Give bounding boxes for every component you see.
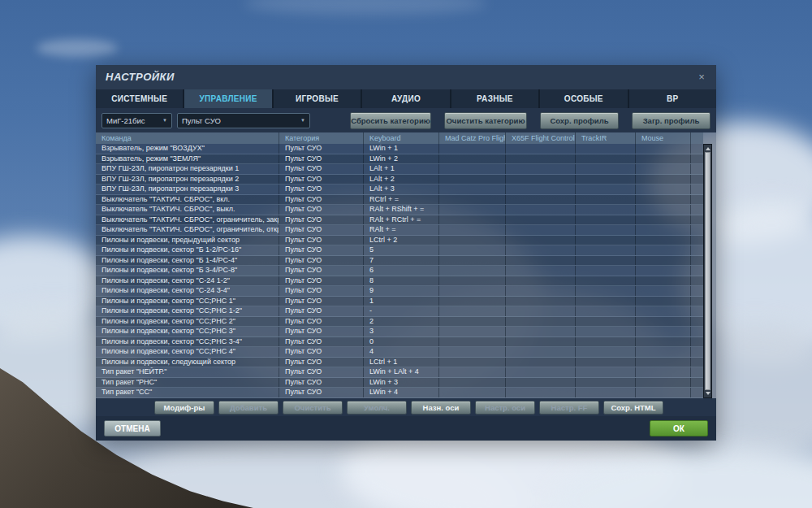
binding-row[interactable]: Пилоны и подвески, сектор "СС;РНС 3" Пул…	[96, 327, 703, 337]
mouse-binding-cell[interactable]	[635, 327, 690, 336]
mouse-binding-cell[interactable]	[635, 175, 690, 185]
command-cell[interactable]: Пилоны и подвески, сектор "Б 1-2/РС-16"	[96, 245, 279, 255]
category-cell[interactable]: Пульт СУО	[279, 195, 363, 205]
category-cell[interactable]: Пульт СУО	[279, 144, 363, 154]
command-cell[interactable]: ВПУ ГШ-23Л, пиропатрон перезарядки 1	[96, 164, 279, 174]
binding-row[interactable]: Пилоны и подвески, сектор "С-24 3-4" Пул…	[96, 286, 703, 297]
action-button[interactable]: Сохр. HTML	[603, 401, 663, 415]
settings-tab[interactable]: СИСТЕМНЫЕ	[96, 89, 183, 108]
joystick1-binding-cell[interactable]	[438, 317, 505, 327]
joystick2-binding-cell[interactable]	[505, 195, 575, 205]
keyboard-binding-cell[interactable]: LCtrl + 1	[363, 358, 438, 367]
command-cell[interactable]: Пилоны и подвески, сектор "СС;РНС 4"	[96, 347, 279, 357]
trackir-binding-cell[interactable]	[575, 205, 635, 215]
mouse-binding-cell[interactable]	[635, 347, 690, 357]
command-cell[interactable]: ВПУ ГШ-23Л, пиропатрон перезарядки 3	[96, 185, 279, 194]
keyboard-binding-cell[interactable]: 4	[363, 347, 438, 357]
joystick1-binding-cell[interactable]	[438, 225, 505, 235]
binding-row[interactable]: Пилоны и подвески, сектор "С-24 1-2" Пул…	[96, 276, 703, 287]
command-cell[interactable]: Пилоны и подвески, сектор "СС;РНС 3"	[96, 327, 279, 336]
trackir-binding-cell[interactable]	[575, 297, 635, 306]
scroll-up-icon[interactable]	[706, 147, 710, 150]
command-cell[interactable]: Взрыватель, режим "ЗЕМЛЯ"	[96, 154, 279, 164]
joystick1-binding-cell[interactable]	[438, 236, 505, 245]
command-cell[interactable]: ВПУ ГШ-23Л, пиропатрон перезарядки 2	[96, 175, 279, 185]
settings-tab[interactable]: ИГРОВЫЕ	[274, 89, 361, 108]
trackir-binding-cell[interactable]	[575, 245, 635, 255]
action-button[interactable]: Настр. оси	[475, 401, 535, 415]
settings-tab[interactable]: УПРАВЛЕНИЕ	[184, 89, 271, 108]
binding-row[interactable]: ВПУ ГШ-23Л, пиропатрон перезарядки 2 Пул…	[96, 175, 703, 185]
command-cell[interactable]: Пилоны и подвески, сектор "С-24 3-4"	[96, 286, 279, 296]
category-cell[interactable]: Пульт СУО	[279, 286, 363, 296]
mouse-binding-cell[interactable]	[635, 378, 690, 388]
command-cell[interactable]: Пилоны и подвески, сектор "С-24 1-2"	[96, 276, 279, 286]
trackir-binding-cell[interactable]	[575, 154, 635, 164]
keyboard-binding-cell[interactable]: 5	[363, 245, 438, 255]
action-button[interactable]: Умолч.	[347, 401, 407, 415]
joystick2-binding-cell[interactable]	[505, 347, 575, 357]
joystick2-binding-cell[interactable]	[505, 164, 575, 174]
keyboard-binding-cell[interactable]: 0	[363, 337, 438, 347]
keyboard-binding-cell[interactable]: LAlt + 2	[363, 175, 438, 185]
trackir-binding-cell[interactable]	[575, 337, 635, 347]
joystick2-binding-cell[interactable]	[505, 215, 575, 225]
joystick1-binding-cell[interactable]	[438, 388, 505, 397]
command-cell[interactable]: Пилоны и подвески, предыдущий сектор	[96, 236, 279, 245]
mouse-binding-cell[interactable]	[635, 317, 690, 327]
binding-row[interactable]: Тип ракет "РНС" Пульт СУО LWin + 3	[96, 378, 703, 389]
binding-row[interactable]: Пилоны и подвески, сектор "СС;РНС 2" Пул…	[96, 317, 703, 328]
command-cell[interactable]: Пилоны и подвески, сектор "СС;РНС 2"	[96, 317, 279, 327]
action-button[interactable]: Назн. оси	[411, 401, 471, 415]
cancel-button[interactable]: ОТМЕНА	[104, 420, 161, 436]
mouse-binding-cell[interactable]	[635, 245, 690, 255]
keyboard-binding-cell[interactable]: 9	[363, 286, 438, 296]
trackir-binding-cell[interactable]	[575, 347, 635, 357]
joystick2-binding-cell[interactable]	[505, 154, 575, 164]
trackir-binding-cell[interactable]	[575, 195, 635, 205]
keyboard-binding-cell[interactable]: LAlt + 3	[363, 185, 438, 194]
joystick1-binding-cell[interactable]	[438, 205, 505, 215]
joystick2-binding-cell[interactable]	[505, 388, 575, 397]
trackir-binding-cell[interactable]	[575, 367, 635, 377]
command-cell[interactable]: Тип ракет "НЕЙТР."	[96, 367, 279, 377]
joystick1-binding-cell[interactable]	[438, 154, 505, 164]
joystick2-binding-cell[interactable]	[505, 367, 575, 377]
command-cell[interactable]: Пилоны и подвески, сектор "Б 3-4/РС-8"	[96, 266, 279, 276]
mouse-binding-cell[interactable]	[635, 164, 690, 174]
joystick2-binding-cell[interactable]	[505, 225, 575, 235]
binding-row[interactable]: Пилоны и подвески, сектор "Б 1-4/РС-4" П…	[96, 256, 703, 267]
joystick2-binding-cell[interactable]	[505, 245, 575, 255]
aircraft-dropdown[interactable]: МиГ-21бис ▼	[102, 113, 172, 128]
keyboard-binding-cell[interactable]: LCtrl + 2	[363, 236, 438, 245]
command-cell[interactable]: Пилоны и подвески, сектор "СС;РНС 1-2"	[96, 306, 279, 316]
keyboard-binding-cell[interactable]: 1	[363, 297, 438, 306]
joystick1-binding-cell[interactable]	[438, 144, 505, 154]
binding-row[interactable]: Выключатель "ТАКТИЧ. СБРОС", вкл. Пульт …	[96, 195, 703, 206]
load-profile-button[interactable]: Загр. профиль	[632, 112, 710, 129]
binding-row[interactable]: Выключатель "ТАКТИЧ. СБРОС", ограничител…	[96, 225, 703, 236]
binding-row[interactable]: Пилоны и подвески, сектор "СС;РНС 1-2" П…	[96, 306, 703, 317]
command-cell[interactable]: Выключатель "ТАКТИЧ. СБРОС", выкл.	[96, 205, 279, 215]
joystick1-binding-cell[interactable]	[438, 215, 505, 225]
trackir-binding-cell[interactable]	[575, 388, 635, 397]
category-cell[interactable]: Пульт СУО	[279, 347, 363, 357]
mouse-binding-cell[interactable]	[635, 154, 690, 164]
keyboard-binding-cell[interactable]: 6	[363, 266, 438, 276]
action-button[interactable]: Настр. FF	[539, 401, 599, 415]
joystick2-binding-cell[interactable]	[505, 144, 575, 154]
binding-row[interactable]: Взрыватель, режим "ВОЗДУХ" Пульт СУО LWi…	[96, 144, 703, 154]
binding-row[interactable]: Пилоны и подвески, сектор "Б 1-2/РС-16" …	[96, 245, 703, 256]
action-button[interactable]: Очистить	[283, 401, 343, 415]
joystick1-binding-cell[interactable]	[438, 245, 505, 255]
binding-row[interactable]: Пилоны и подвески, сектор "СС;РНС 1" Пул…	[96, 297, 703, 307]
joystick1-binding-cell[interactable]	[438, 358, 505, 367]
joystick2-binding-cell[interactable]	[505, 276, 575, 286]
command-cell[interactable]: Выключатель "ТАКТИЧ. СБРОС", ограничител…	[96, 215, 279, 225]
category-cell[interactable]: Пульт СУО	[279, 266, 363, 276]
mouse-binding-cell[interactable]	[635, 205, 690, 215]
trackir-binding-cell[interactable]	[575, 276, 635, 286]
joystick2-binding-cell[interactable]	[505, 306, 575, 316]
action-button[interactable]: Добавить	[218, 401, 279, 415]
binding-row[interactable]: ВПУ ГШ-23Л, пиропатрон перезарядки 1 Пул…	[96, 164, 703, 175]
